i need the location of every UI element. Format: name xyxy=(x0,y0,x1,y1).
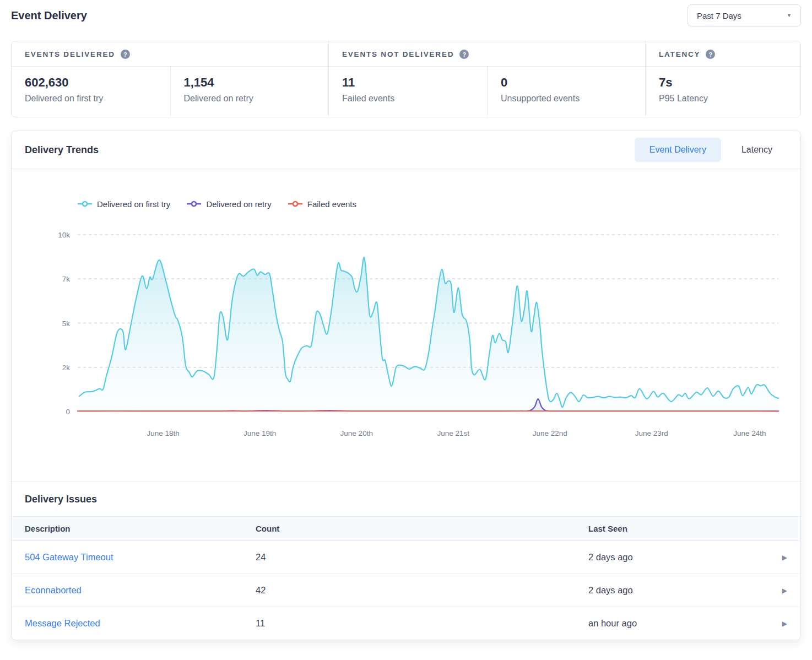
legend-item: Failed events xyxy=(288,199,356,209)
stat-value: 602,630 xyxy=(25,75,157,90)
stat-cell-p95-latency: 7s P95 Latency xyxy=(646,67,800,117)
svg-text:June 20th: June 20th xyxy=(340,429,373,437)
delivery-trends-chart[interactable]: 02k5k7k10kJune 18thJune 19thJune 20thJun… xyxy=(12,217,800,475)
svg-text:June 23rd: June 23rd xyxy=(635,429,668,437)
stat-group-body: 7s P95 Latency xyxy=(646,67,800,117)
date-range-selector[interactable]: Past 7 Days ▼ xyxy=(688,4,801,26)
stat-label: P95 Latency xyxy=(659,94,787,104)
legend-item: Delivered on retry xyxy=(187,199,271,209)
table-row[interactable]: Econnaborted 42 2 days ago ▶ xyxy=(12,574,800,607)
help-icon[interactable]: ? xyxy=(459,50,469,59)
stat-value: 11 xyxy=(342,75,474,90)
date-range-label: Past 7 Days xyxy=(697,11,741,20)
svg-text:June 22nd: June 22nd xyxy=(533,429,567,437)
svg-text:June 18th: June 18th xyxy=(147,429,180,437)
issue-count: 24 xyxy=(256,552,588,562)
svg-text:June 21st: June 21st xyxy=(437,429,470,437)
trends-tabs: Event Delivery Latency xyxy=(635,138,787,162)
stat-group-header: LATENCY ? xyxy=(646,41,800,67)
stat-group-title: EVENTS DELIVERED xyxy=(25,50,115,58)
issue-count: 11 xyxy=(256,618,588,629)
issue-last-seen: 2 days ago xyxy=(588,585,761,596)
legend-label: Failed events xyxy=(307,199,356,209)
issue-last-seen: 2 days ago xyxy=(588,552,761,562)
svg-text:5k: 5k xyxy=(62,320,71,328)
stat-group-body: 11 Failed events 0 Unsupported events xyxy=(329,67,645,117)
chevron-right-icon[interactable]: ▶ xyxy=(782,620,787,627)
stat-group-events-not-delivered: EVENTS NOT DELIVERED ? 11 Failed events … xyxy=(328,41,645,117)
chevron-down-icon: ▼ xyxy=(787,13,792,18)
help-icon[interactable]: ? xyxy=(121,50,130,59)
svg-text:2k: 2k xyxy=(62,364,71,372)
legend-item: Delivered on first try xyxy=(78,199,170,209)
stat-cell-first-try: 602,630 Delivered on first try xyxy=(12,67,170,117)
stat-label: Unsupported events xyxy=(501,94,632,104)
help-icon[interactable]: ? xyxy=(706,50,715,59)
tab-latency[interactable]: Latency xyxy=(727,138,787,162)
stat-group-title: EVENTS NOT DELIVERED xyxy=(342,50,454,58)
chart-area[interactable]: 02k5k7k10kJune 18thJune 19thJune 20thJun… xyxy=(12,217,800,481)
svg-text:10k: 10k xyxy=(58,231,70,239)
top-bar: Event Delivery Past 7 Days ▼ xyxy=(11,0,801,41)
column-header-last-seen: Last Seen xyxy=(588,524,761,533)
chevron-right-icon[interactable]: ▶ xyxy=(782,587,787,594)
stat-label: Delivered on first try xyxy=(25,94,157,104)
stat-value: 7s xyxy=(659,75,787,90)
stat-cell-unsupported: 0 Unsupported events xyxy=(487,67,645,117)
chart-legend: Delivered on first tryDelivered on retry… xyxy=(78,198,800,210)
legend-marker-icon xyxy=(187,200,201,208)
stat-value: 0 xyxy=(501,75,632,90)
stat-group-latency: LATENCY ? 7s P95 Latency xyxy=(645,41,800,117)
stat-group-events-delivered: EVENTS DELIVERED ? 602,630 Delivered on … xyxy=(12,41,328,117)
stat-group-header: EVENTS DELIVERED ? xyxy=(12,41,328,67)
tab-event-delivery[interactable]: Event Delivery xyxy=(635,138,721,162)
issue-link[interactable]: 504 Gateway Timeout xyxy=(25,552,256,562)
stat-group-title: LATENCY xyxy=(659,50,700,58)
event-delivery-page: Event Delivery Past 7 Days ▼ EVENTS DELI… xyxy=(0,0,812,640)
svg-text:0: 0 xyxy=(66,408,70,416)
legend-marker-icon xyxy=(78,200,92,208)
svg-text:June 19th: June 19th xyxy=(243,429,276,437)
legend-label: Delivered on first try xyxy=(97,199,170,209)
stat-cell-failed: 11 Failed events xyxy=(329,67,487,117)
issues-title: Delivery Issues xyxy=(25,494,787,505)
stat-label: Failed events xyxy=(342,94,474,104)
issue-link[interactable]: Message Rejected xyxy=(25,618,256,629)
stat-cell-retry: 1,154 Delivered on retry xyxy=(170,67,329,117)
stats-summary-card: EVENTS DELIVERED ? 602,630 Delivered on … xyxy=(11,41,801,117)
svg-text:June 24th: June 24th xyxy=(733,429,766,437)
column-header-count: Count xyxy=(256,524,588,533)
page-title: Event Delivery xyxy=(11,9,87,22)
stat-value: 1,154 xyxy=(184,75,316,90)
legend-marker-icon xyxy=(288,200,302,208)
table-row[interactable]: Message Rejected 11 an hour ago ▶ xyxy=(12,607,800,640)
stat-group-body: 602,630 Delivered on first try 1,154 Del… xyxy=(12,67,328,117)
issue-last-seen: an hour ago xyxy=(588,618,761,629)
issues-header: Delivery Issues xyxy=(12,482,800,516)
issue-link[interactable]: Econnaborted xyxy=(25,585,256,596)
delivery-trends-card: Delivery Trends Event Delivery Latency D… xyxy=(11,131,801,640)
svg-text:7k: 7k xyxy=(62,275,71,283)
trends-header: Delivery Trends Event Delivery Latency xyxy=(12,131,800,169)
issues-table-header: Description Count Last Seen xyxy=(12,516,800,541)
issue-count: 42 xyxy=(256,585,588,596)
column-header-description: Description xyxy=(25,524,256,533)
legend-label: Delivered on retry xyxy=(206,199,271,209)
stat-group-header: EVENTS NOT DELIVERED ? xyxy=(329,41,645,67)
trends-title: Delivery Trends xyxy=(25,144,99,156)
stat-label: Delivered on retry xyxy=(184,94,316,104)
table-row[interactable]: 504 Gateway Timeout 24 2 days ago ▶ xyxy=(12,541,800,574)
delivery-issues-section: Delivery Issues Description Count Last S… xyxy=(12,481,800,640)
chevron-right-icon[interactable]: ▶ xyxy=(782,554,787,561)
